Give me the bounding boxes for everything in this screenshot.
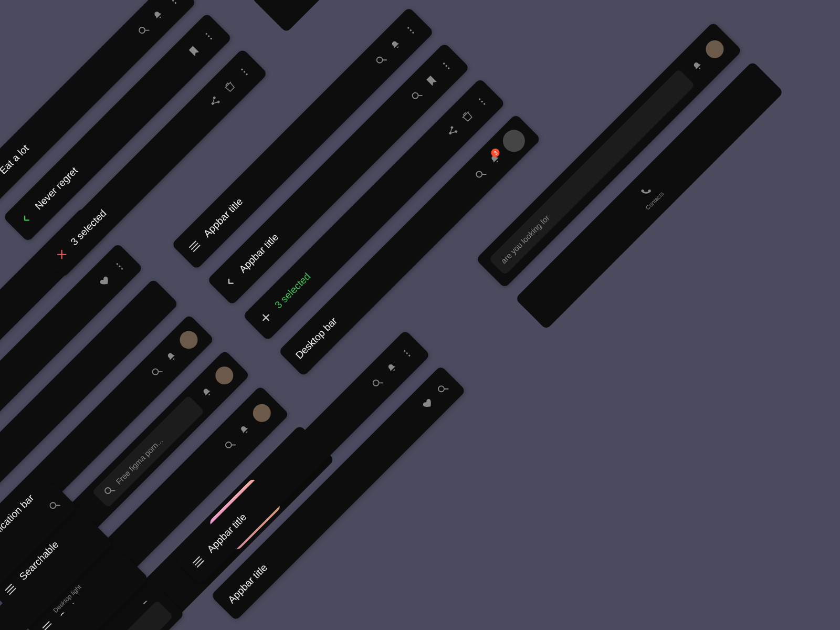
bell-icon[interactable] (199, 384, 215, 401)
bar-title: Eat a lot (0, 142, 31, 176)
search-icon[interactable] (472, 166, 489, 182)
heart-icon[interactable] (419, 395, 436, 412)
more-icon[interactable] (111, 258, 128, 275)
bookmark-icon[interactable] (423, 72, 439, 89)
menu-icon[interactable] (186, 238, 203, 255)
avatar[interactable] (702, 37, 727, 62)
bar-title: Never regret (33, 165, 80, 212)
bell-icon[interactable] (237, 422, 253, 438)
bar-title: Desktop bar (293, 315, 340, 361)
more-icon[interactable] (474, 93, 490, 110)
bell-icon[interactable] (150, 7, 166, 24)
more-icon[interactable] (165, 0, 181, 9)
more-icon[interactable] (399, 345, 415, 361)
back-icon[interactable] (222, 274, 238, 290)
menu-icon[interactable] (190, 554, 206, 570)
search-icon[interactable] (46, 497, 62, 513)
plus-icon[interactable] (258, 309, 274, 326)
bell-icon[interactable] (689, 58, 706, 75)
search-placeholder: are you looking for (499, 213, 551, 265)
appbar-title: Appbar title (226, 562, 270, 606)
search-icon[interactable] (408, 88, 425, 104)
phone-icon (638, 184, 654, 200)
avatar[interactable] (212, 363, 237, 388)
search-icon[interactable] (135, 22, 152, 38)
more-icon[interactable] (201, 28, 217, 44)
search-icon[interactable] (222, 437, 238, 453)
search-icon[interactable] (149, 364, 165, 380)
close-icon[interactable] (54, 246, 70, 262)
appbar-title: Appbar title (237, 232, 281, 276)
eat-bar: Eat a lot (0, 0, 196, 207)
search-icon[interactable] (373, 52, 389, 68)
more-icon[interactable] (438, 58, 455, 74)
more-icon[interactable] (403, 22, 419, 38)
search-icon[interactable] (435, 381, 451, 397)
share-icon[interactable] (206, 93, 223, 110)
appbar-title: Appbar title (202, 196, 246, 240)
avatar[interactable] (249, 401, 275, 426)
share-icon[interactable] (444, 123, 460, 139)
more-icon[interactable] (236, 64, 253, 80)
heart-icon[interactable] (97, 273, 113, 289)
search-icon[interactable] (369, 375, 385, 391)
avatar[interactable] (498, 125, 529, 156)
tab-home[interactable]: Home (257, 0, 343, 27)
avatar[interactable] (176, 327, 201, 352)
bell-icon[interactable] (487, 151, 503, 167)
trash-icon[interactable] (459, 108, 475, 124)
bell-icon[interactable] (163, 349, 180, 365)
bell-icon[interactable] (387, 37, 404, 53)
bookmark-icon[interactable] (186, 43, 202, 59)
search-icon (101, 482, 118, 499)
bell-icon[interactable] (384, 360, 400, 376)
trash-icon[interactable] (222, 79, 238, 95)
back-icon[interactable] (18, 211, 34, 227)
bar-title: 3 selected (272, 270, 313, 311)
search-placeholder: Free figma porn... (114, 436, 164, 486)
